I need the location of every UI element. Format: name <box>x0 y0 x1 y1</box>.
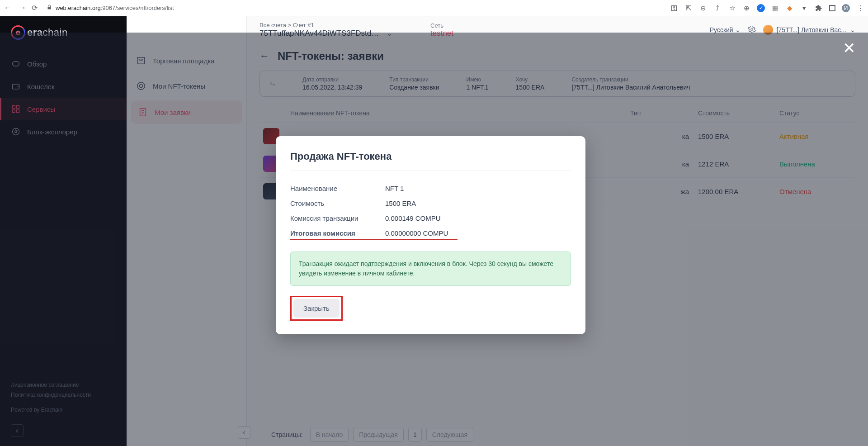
breadcrumb[interactable]: Все счета > Счет #1 <box>259 22 392 28</box>
reload-icon[interactable]: ⟳ <box>32 4 38 12</box>
modal-row-name: Наименование NFT 1 <box>290 181 571 196</box>
star-icon[interactable]: ☆ <box>728 4 736 12</box>
modal-close-x[interactable]: ✕ <box>843 39 855 57</box>
modal-name-value: NFT 1 <box>385 185 404 192</box>
network-label: Сеть <box>430 22 453 29</box>
extensions-icon[interactable] <box>815 4 823 12</box>
share-icon[interactable]: ⤴ <box>713 4 722 12</box>
close-button-highlight: Закрыть <box>290 296 343 321</box>
svg-point-10 <box>750 28 753 30</box>
modal-fee-value: 0.000149 COMPU <box>385 214 441 222</box>
lock-icon <box>47 5 52 11</box>
back-icon[interactable]: ← <box>4 3 12 13</box>
zoom-icon[interactable]: ⊖ <box>699 4 707 12</box>
verified-icon[interactable]: ✓ <box>757 4 765 12</box>
modal-total-value: 0.00000000 COMPU <box>385 229 448 237</box>
metamask-icon[interactable]: ◆ <box>786 4 794 12</box>
ext-icon-2[interactable]: ▾ <box>800 4 808 12</box>
sell-nft-modal: Продажа NFT-токена Наименование NFT 1 Ст… <box>276 136 585 334</box>
open-external-icon[interactable]: ⇱ <box>684 4 693 12</box>
browser-bar: ← → ⟳ web.erachain.org:9067/services/nft… <box>0 0 868 16</box>
ext-icon-1[interactable]: ▦ <box>771 4 779 12</box>
modal-name-label: Наименование <box>290 185 385 192</box>
menu-icon[interactable]: ⋮ <box>856 4 864 12</box>
url-text: web.erachain.org:9067/services/nft/order… <box>56 5 174 11</box>
modal-title: Продажа NFT-токена <box>290 151 571 162</box>
globe-icon[interactable]: ⊕ <box>742 4 750 12</box>
key-icon[interactable]: ⚿ <box>670 4 678 12</box>
modal-cost-label: Стоимость <box>290 199 385 207</box>
modal-row-cost: Стоимость 1500 ERA <box>290 196 571 211</box>
modal-total-label: Итоговая комиссия <box>290 229 385 237</box>
forward-icon[interactable]: → <box>18 3 26 13</box>
modal-cost-value: 1500 ERA <box>385 199 416 207</box>
success-message: Транзакция ожидает подтверждения и включ… <box>290 251 571 286</box>
panel-icon[interactable] <box>829 5 835 11</box>
modal-row-fee: Комиссия транзакции 0.000149 COMPU <box>290 211 571 226</box>
close-button[interactable]: Закрыть <box>293 299 340 318</box>
profile-avatar-icon[interactable]: И <box>842 4 850 12</box>
divider <box>290 171 571 171</box>
nav-arrows: ← → <box>4 3 26 13</box>
extension-icons: ⚿ ⇱ ⊖ ⤴ ☆ ⊕ ✓ ▦ ◆ ▾ И ⋮ <box>670 4 864 12</box>
modal-fee-label: Комиссия транзакции <box>290 214 385 222</box>
modal-row-total: Итоговая комиссия 0.00000000 COMPU <box>290 226 458 240</box>
url-bar[interactable]: web.erachain.org:9067/services/nft/order… <box>47 5 174 11</box>
